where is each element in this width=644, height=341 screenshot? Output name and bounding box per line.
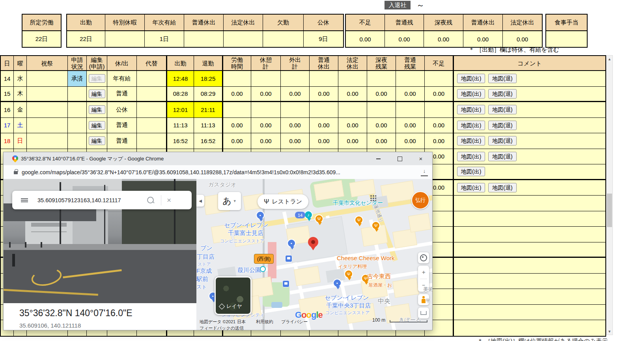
map-label-6[interactable]: ブン — [200, 244, 213, 252]
map-clockin-button[interactable]: 地図(出) — [457, 136, 485, 145]
edit-button[interactable]: 編集 — [89, 89, 105, 98]
map-clockin-button[interactable]: 地図(出) — [457, 152, 485, 161]
ime-button[interactable]: あ▼ — [218, 192, 241, 210]
map-clockout-button[interactable]: 地図(退) — [488, 152, 516, 161]
edit-button[interactable]: 編集 — [89, 121, 105, 130]
map-label-4[interactable]: 千葉富士見店 — [228, 229, 263, 237]
edit-button[interactable]: 編集 — [89, 74, 105, 83]
summary-value: 0.00 — [463, 31, 502, 47]
map-clockout-button[interactable]: 地図(退) — [488, 183, 516, 192]
column-header: 普通 休出 — [310, 56, 338, 70]
restaurant-filter-button[interactable]: Ψ レストラン — [258, 194, 308, 209]
food-pin-icon[interactable]: Ψ — [315, 214, 323, 223]
map-label-14[interactable]: イタリア料理 — [338, 263, 367, 270]
park-poi-icon[interactable] — [260, 266, 266, 272]
map-clockin-button[interactable]: 地図(出) — [457, 89, 485, 99]
search-icon[interactable] — [147, 197, 154, 203]
column-header: 休/出 — [107, 56, 137, 70]
map-label-12[interactable]: 葭川公園 — [237, 266, 261, 274]
approval-status-cell — [68, 133, 87, 149]
my-location-button[interactable] — [418, 252, 429, 263]
map-label-15[interactable]: 古今東西 — [367, 273, 391, 280]
map-label-8[interactable]: ストア — [198, 261, 211, 267]
shortage-cell: 0.00 — [425, 133, 453, 149]
scrollbar-thumb[interactable] — [607, 194, 612, 227]
inout-badge[interactable]: 入退社 — [385, 1, 411, 9]
map-panel[interactable]: ガスタジオ千葉市文化センター蓮池通りセブン-イレブン千葉富士見店コンビニエンスス… — [196, 179, 432, 330]
map-label-18[interactable]: 千葉中央3丁目店 — [326, 302, 371, 309]
map-label-19[interactable]: コンビニエンスストア — [325, 310, 370, 316]
map-label-22[interactable]: 平 — [426, 298, 431, 305]
map-clockout-button[interactable]: 地図(退) — [488, 89, 516, 99]
food-pin-icon[interactable]: Ψ — [344, 270, 353, 278]
map-clockout-button[interactable]: 地図(退) — [488, 136, 516, 145]
map-label-21[interactable]: 美術 — [423, 286, 432, 293]
search-input[interactable]: 35.60910579123163,140.121117 — [37, 197, 147, 203]
close-button[interactable]: × — [413, 152, 429, 165]
scroll-up-icon[interactable]: ▲ — [607, 56, 612, 62]
map-clockout-button[interactable]: 地図(退) — [488, 121, 516, 130]
map-label-20[interactable]: 中央 — [378, 297, 390, 306]
transit-pin-icon[interactable] — [282, 280, 289, 287]
map-label-11[interactable]: スト — [196, 283, 207, 291]
window-titlebar[interactable]: 35°36'32.8"N 140°07'16.0"E - Google マップ … — [4, 152, 432, 165]
map-clockin-button[interactable]: 地図(出) — [457, 167, 485, 176]
layers-thumbnail[interactable]: レイヤ — [215, 276, 252, 315]
map-label-5[interactable]: コンビニエンスストア — [220, 238, 265, 244]
substitute-cell — [137, 87, 166, 101]
vertical-scrollbar[interactable]: ▲ ▼ — [606, 55, 613, 335]
map-clockin-button[interactable]: 地図(出) — [457, 105, 485, 114]
normal-holiday-work-cell — [310, 102, 338, 117]
map-label-17[interactable]: セブン-イレブン — [325, 294, 369, 302]
summary-header: 普通残 — [385, 15, 424, 31]
maps-search-box[interactable]: 35.60910579123163,140.121117 × — [12, 191, 192, 209]
grid-icon — [370, 195, 376, 201]
clear-search-icon[interactable]: × — [167, 196, 171, 205]
url-text[interactable]: google.com/maps/place/35°36'32.8"N+140°0… — [22, 165, 412, 179]
edit-button[interactable]: 編集 — [89, 105, 105, 114]
summary-value — [105, 31, 144, 47]
normal-holiday-work-cell: 0.00 — [310, 133, 338, 149]
hiroyuki-poi-badge[interactable]: 弘行 — [411, 191, 429, 209]
map-clockout-button[interactable]: 地図(退) — [488, 105, 516, 114]
bag-pin-icon[interactable]: ▪ — [287, 239, 296, 248]
map-label-3[interactable]: セブン-イレブン — [224, 222, 268, 229]
day-cell: 14 — [1, 71, 14, 86]
menu-icon[interactable] — [21, 198, 28, 203]
map-label-13[interactable]: Cheese Cheese Work — [337, 255, 394, 261]
edit-button[interactable]: 編集 — [89, 136, 105, 145]
collapse-panel-icon[interactable]: ◀ — [196, 195, 204, 207]
privacy-link[interactable]: プライバシー — [281, 319, 308, 325]
map-label-0[interactable]: ガスタジオ — [208, 181, 237, 188]
transit-pin-icon[interactable] — [285, 255, 292, 262]
maximize-button[interactable] — [392, 152, 408, 165]
download-icon[interactable]: ↓ — [421, 168, 428, 176]
music-pin-icon[interactable]: ♪ — [304, 211, 313, 219]
map-label-23[interactable]: きぼーる — [399, 317, 421, 324]
map-clockin-button[interactable]: 地図(出) — [457, 121, 485, 130]
summary-table-3: 食事手当 — [545, 14, 588, 48]
map-label-16[interactable]: 居酒屋・お — [368, 282, 392, 289]
map-label-10[interactable]: 駅前 — [196, 276, 208, 283]
map-clockin-button[interactable]: 地図(出) — [457, 183, 485, 192]
map-label-9[interactable]: F京成 — [196, 267, 212, 275]
shop-pin-icon[interactable]: ▪ — [333, 279, 342, 287]
scroll-down-icon[interactable]: ▼ — [607, 328, 612, 335]
map-label-7[interactable]: 丁目店 — [197, 253, 215, 261]
food-pin-icon[interactable]: Ψ — [355, 216, 363, 224]
map-clockin-button[interactable]: 地図(出) — [457, 74, 485, 83]
legal-holiday-work-cell — [338, 71, 367, 86]
zoom-in-button[interactable]: ＋ — [421, 266, 427, 279]
place-info-bar: 35°36'32.8"N 140°07'16.0"E 35.609106, 14… — [4, 303, 196, 330]
column-header: 深夜 残業 — [367, 56, 396, 70]
address-bar[interactable]: google.com/maps/place/35°36'32.8"N+140°0… — [4, 165, 432, 179]
shop-pin-icon[interactable]: ▪ — [256, 211, 265, 220]
summary-table-0: 所定労働22日 — [22, 14, 62, 48]
terms-link[interactable]: 利用規約 — [256, 319, 273, 325]
minimize-button[interactable] — [370, 152, 386, 165]
weekday-cell: 水 — [14, 71, 27, 86]
feedback-link[interactable]: フィードバックの送信 — [200, 325, 244, 330]
map-clockout-button[interactable]: 地図(退) — [488, 74, 516, 83]
place-marker-icon[interactable] — [308, 237, 318, 247]
midnight-ot-cell: 0.00 — [367, 133, 396, 149]
